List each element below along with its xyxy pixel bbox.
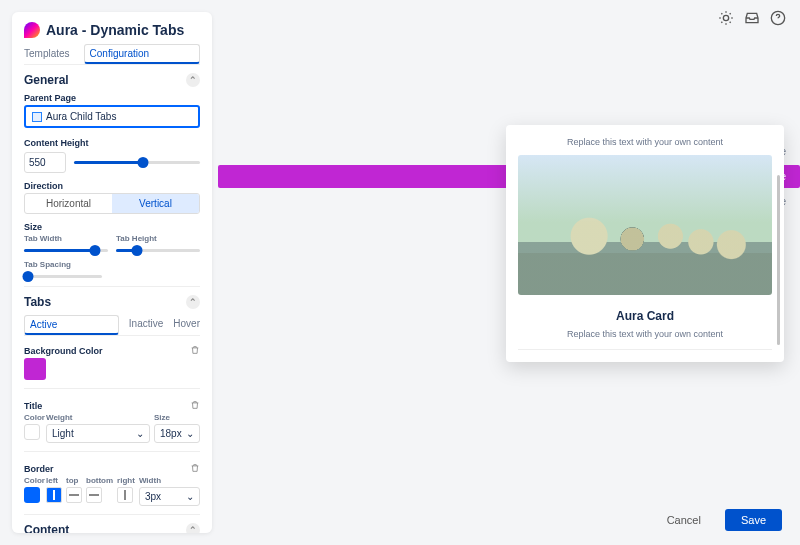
bg-color-swatch[interactable]: [24, 358, 46, 380]
collapse-content-icon[interactable]: ⌃: [186, 523, 200, 533]
direction-horizontal[interactable]: Horizontal: [25, 194, 112, 213]
subtab-hover[interactable]: Hover: [173, 315, 200, 335]
card-image: [518, 155, 772, 295]
scrollbar[interactable]: [777, 175, 780, 345]
title-weight-select[interactable]: Light⌄: [46, 424, 150, 443]
border-width-label: Width: [139, 476, 200, 485]
border-left-toggle[interactable]: [46, 487, 62, 503]
card-hint: Replace this text with your own content: [518, 137, 772, 147]
bg-color-label: Background Color: [24, 346, 103, 356]
direction-toggle[interactable]: Horizontal Vertical: [24, 193, 200, 214]
title-size-label: Size: [154, 413, 200, 422]
content-height-label: Content Height: [24, 138, 200, 148]
border-color-label: Color: [24, 476, 42, 485]
sun-icon[interactable]: [718, 10, 734, 26]
tab-width-label: Tab Width: [24, 234, 108, 243]
collapse-tabs-icon[interactable]: ⌃: [186, 295, 200, 309]
svg-point-0: [723, 15, 728, 20]
tab-height-slider[interactable]: [116, 249, 200, 252]
title-weight-label: Weight: [46, 413, 150, 422]
border-bottom-toggle[interactable]: [86, 487, 102, 503]
border-right-toggle[interactable]: [117, 487, 133, 503]
tab-templates[interactable]: Templates: [24, 44, 70, 64]
parent-page-value: Aura Child Tabs: [46, 111, 116, 122]
border-heading: Border: [24, 464, 54, 474]
tab-spacing-slider[interactable]: [24, 275, 102, 278]
tab-width-slider[interactable]: [24, 249, 108, 252]
size-label: Size: [24, 222, 200, 232]
tab-height-label: Tab Height: [116, 234, 200, 243]
subtab-inactive[interactable]: Inactive: [129, 315, 163, 335]
help-icon[interactable]: [770, 10, 786, 26]
border-width-select[interactable]: 3px⌄: [139, 487, 200, 506]
content-height-slider[interactable]: [74, 161, 200, 164]
title-heading: Title: [24, 401, 42, 411]
collapse-general-icon[interactable]: ⌃: [186, 73, 200, 87]
section-tabs-title: Tabs: [24, 295, 51, 309]
subtab-active[interactable]: Active: [24, 315, 119, 335]
card-subtitle: Replace this text with your own content: [518, 329, 772, 339]
parent-page-label: Parent Page: [24, 93, 200, 103]
direction-label: Direction: [24, 181, 200, 191]
direction-vertical[interactable]: Vertical: [112, 194, 199, 213]
trash-icon[interactable]: [190, 463, 200, 473]
save-button[interactable]: Save: [725, 509, 782, 531]
preview-card: Replace this text with your own content …: [506, 125, 784, 362]
app-title: Aura - Dynamic Tabs: [46, 22, 184, 38]
section-general-title: General: [24, 73, 69, 87]
app-logo-icon: [24, 22, 40, 38]
title-color-label: Color: [24, 413, 42, 422]
app-header: Aura - Dynamic Tabs: [24, 22, 200, 38]
card-title: Aura Card: [518, 309, 772, 323]
title-size-select[interactable]: 18px⌄: [154, 424, 200, 443]
cancel-button[interactable]: Cancel: [651, 509, 717, 531]
page-icon: [32, 112, 42, 122]
border-color-swatch[interactable]: [24, 487, 40, 503]
parent-page-select[interactable]: Aura Child Tabs: [24, 105, 200, 128]
tab-spacing-label: Tab Spacing: [24, 260, 200, 269]
title-color-swatch[interactable]: [24, 424, 40, 440]
trash-icon[interactable]: [190, 345, 200, 355]
border-top-toggle[interactable]: [66, 487, 82, 503]
inbox-icon[interactable]: [744, 10, 760, 26]
section-content-title: Content: [24, 523, 69, 533]
content-height-input[interactable]: 550: [24, 152, 66, 173]
tab-configuration[interactable]: Configuration: [84, 44, 200, 64]
trash-icon[interactable]: [190, 400, 200, 410]
